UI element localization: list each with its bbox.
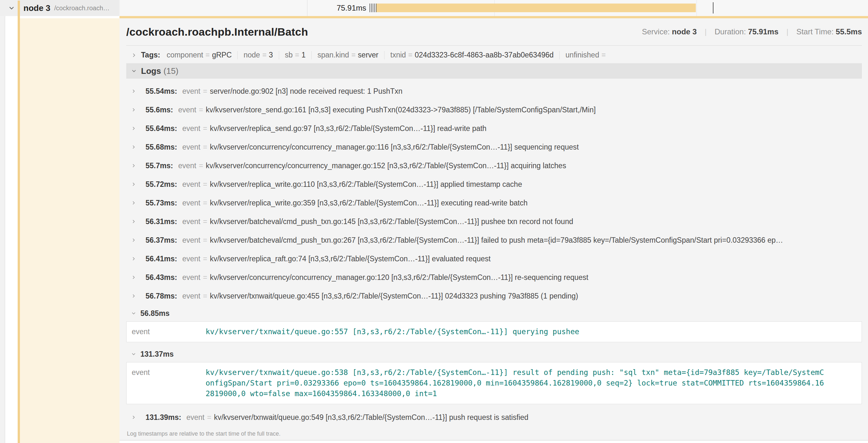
tag-item: component=gRPC xyxy=(167,51,232,59)
chevron-right-icon[interactable] xyxy=(131,414,141,420)
duration-label: Duration: xyxy=(715,27,746,36)
child-span-tick xyxy=(371,3,372,12)
span-meta: Service: node 3 | Duration: 75.91ms | St… xyxy=(642,27,862,36)
chevron-right-icon[interactable] xyxy=(131,126,141,131)
meta-separator: | xyxy=(705,27,707,36)
log-timestamp: 56.41ms: xyxy=(146,254,177,263)
log-timestamp: 55.54ms: xyxy=(146,87,177,96)
log-message: kv/kvserver/store_send.go:161 [n3,s3] ex… xyxy=(206,106,596,114)
log-message: kv/kvserver/batcheval/cmd_push_txn.go:14… xyxy=(210,217,573,226)
meta-separator: | xyxy=(786,27,788,36)
log-timestamp: 55.68ms: xyxy=(146,143,177,151)
tags-accordian[interactable]: Tags: component=gRPC node=3 sb=1 span.ki… xyxy=(126,45,862,63)
log-field: event xyxy=(182,236,200,245)
log-row[interactable]: 55.73ms: event= kv/kvserver/replica_writ… xyxy=(126,194,862,212)
span-duration-bar[interactable] xyxy=(376,3,696,12)
chevron-right-icon[interactable] xyxy=(131,163,141,169)
span-color-strip xyxy=(18,1,20,443)
log-detail-card: event kv/kvserver/txnwait/queue.go:538 [… xyxy=(126,362,862,404)
log-message: kv/kvserver/batcheval/cmd_push_txn.go:26… xyxy=(210,236,783,245)
log-field: event xyxy=(182,254,200,263)
log-message: kv/kvserver/replica_write.go:110 [n3,s3,… xyxy=(210,180,522,189)
log-field: event xyxy=(182,273,200,282)
chevron-right-icon[interactable] xyxy=(131,237,141,243)
chevron-right-icon[interactable] xyxy=(131,293,141,299)
log-row[interactable]: 55.72ms: event= kv/kvserver/replica_writ… xyxy=(126,175,862,194)
log-row[interactable]: 56.43ms: event= kv/kvserver/concurrency/… xyxy=(126,268,862,287)
log-field: event xyxy=(132,327,206,337)
chevron-right-icon[interactable] xyxy=(131,200,141,206)
child-span-tick xyxy=(374,3,375,12)
chevron-down-icon[interactable] xyxy=(131,310,136,316)
span-detail-panel: /cockroach.roachpb.Internal/Batch Servic… xyxy=(120,16,868,440)
logs-chevron-down-icon[interactable] xyxy=(131,68,137,74)
log-message: kv/kvserver/replica_send.go:97 [n3,s3,r6… xyxy=(210,124,486,133)
log-row[interactable]: 55.7ms: event= kv/kvserver/concurrency/c… xyxy=(126,156,862,175)
log-row[interactable]: 55.64ms: event= kv/kvserver/replica_send… xyxy=(126,119,862,138)
log-field: event xyxy=(182,124,200,133)
log-field: event xyxy=(132,367,206,399)
log-timestamp: 55.73ms: xyxy=(146,199,177,207)
log-field: event xyxy=(182,143,200,151)
tag-separator xyxy=(384,51,384,59)
log-detail-card: event kv/kvserver/txnwait/queue.go:557 [… xyxy=(126,321,862,342)
chevron-right-icon[interactable] xyxy=(131,144,141,150)
span-detail-header: /cockroach.roachpb.Internal/Batch Servic… xyxy=(126,18,862,45)
tags-label: Tags: xyxy=(141,51,160,59)
log-field: event xyxy=(178,106,196,114)
timeline-gridline xyxy=(696,0,697,16)
log-row-expanded-header[interactable]: 131.37ms xyxy=(126,346,862,362)
log-message: kv/kvserver/concurrency/concurrency_mana… xyxy=(210,273,588,282)
collapse-span-chevron-down-icon[interactable] xyxy=(8,4,16,12)
log-list: 55.54ms: event= server/node.go:902 [n3] … xyxy=(126,79,862,440)
log-row[interactable]: 55.6ms: event= kv/kvserver/store_send.go… xyxy=(126,100,862,119)
chevron-right-icon[interactable] xyxy=(131,274,141,280)
log-timestamp: 56.78ms: xyxy=(146,292,177,301)
log-timestamp: 131.37ms xyxy=(141,350,174,359)
log-message: kv/kvserver/replica_raft.go:74 [n3,s3,r6… xyxy=(210,254,491,263)
child-span-tick xyxy=(373,3,373,12)
chevron-down-icon[interactable] xyxy=(131,351,136,357)
log-row[interactable]: 131.39ms: event= kv/kvserver/txnwait/que… xyxy=(126,408,862,427)
tree-indent-column xyxy=(5,0,18,443)
span-service-name: node 3 xyxy=(24,3,51,13)
chevron-right-icon[interactable] xyxy=(131,218,141,225)
log-message: kv/kvserver/concurrency/concurrency_mana… xyxy=(210,143,579,151)
log-row[interactable]: 56.41ms: event= kv/kvserver/replica_raft… xyxy=(126,249,862,268)
log-field: event xyxy=(182,199,200,207)
log-message: kv/kvserver/concurrency/concurrency_mana… xyxy=(206,162,566,170)
tag-separator xyxy=(559,51,560,59)
log-row[interactable]: 56.31ms: event= kv/kvserver/batcheval/cm… xyxy=(126,212,862,231)
log-field: event xyxy=(182,292,200,301)
log-message: kv/kvserver/txnwait/queue.go:549 [n3,s3,… xyxy=(214,413,528,422)
span-operation-name: /cockroach.roach… xyxy=(54,4,110,12)
span-tree-header xyxy=(0,0,18,16)
log-timestamp: 56.37ms: xyxy=(146,236,177,245)
left-gutter-rail xyxy=(0,0,5,443)
tag-separator xyxy=(311,51,312,59)
log-row[interactable]: 56.78ms: event= kv/kvserver/txnwait/queu… xyxy=(126,287,862,305)
chevron-right-icon[interactable] xyxy=(131,256,141,262)
tag-item: unfinished= xyxy=(565,51,608,59)
chevron-right-icon[interactable] xyxy=(131,88,141,94)
log-field: event xyxy=(182,180,200,189)
tag-item: span.kind=server xyxy=(317,51,378,59)
log-row[interactable]: 55.68ms: event= kv/kvserver/concurrency/… xyxy=(126,138,862,156)
start-time-value: 55.5ms xyxy=(836,27,862,36)
chevron-right-icon[interactable] xyxy=(131,181,141,187)
timeline-column-divider xyxy=(307,0,307,16)
chevron-right-icon[interactable] xyxy=(131,107,141,113)
log-row[interactable]: 56.37ms: event= kv/kvserver/batcheval/cm… xyxy=(126,231,862,249)
logs-accordian-header[interactable]: Logs (15) xyxy=(126,63,862,79)
service-label: Service: xyxy=(642,27,670,36)
log-timestamp: 56.31ms: xyxy=(146,217,177,226)
span-row-name[interactable]: node 3 /cockroach.roach… xyxy=(18,0,120,16)
log-row[interactable]: 55.54ms: event= server/node.go:902 [n3] … xyxy=(126,82,862,100)
log-message-detail: kv/kvserver/txnwait/queue.go:538 [n3,s3,… xyxy=(206,367,826,399)
duration-value: 75.91ms xyxy=(748,27,779,36)
page-title: /cockroach.roachpb.Internal/Batch xyxy=(126,26,308,38)
log-row-expanded-header[interactable]: 56.85ms xyxy=(126,305,862,321)
span-end-marker xyxy=(713,2,713,13)
log-message: kv/kvserver/txnwait/queue.go:455 [n3,s3,… xyxy=(210,292,578,301)
tags-chevron-right-icon[interactable] xyxy=(131,52,137,59)
